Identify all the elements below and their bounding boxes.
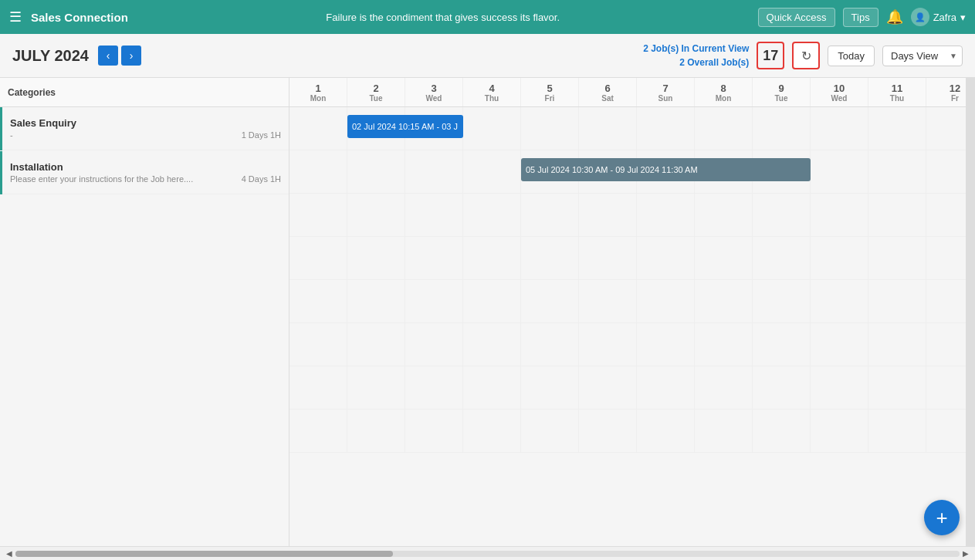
cal-cell-1-2[interactable] xyxy=(405,150,463,193)
cal-cell-0-3[interactable] xyxy=(463,107,521,150)
days-header: 1Mon2Tue3Wed4Thu5Fri6Sat7Sun8Mon9Tue10We… xyxy=(289,78,966,107)
app-title: Sales Connection xyxy=(31,11,128,24)
empty-cell-5-6 xyxy=(637,323,695,366)
empty-cell-5-11 xyxy=(926,323,966,366)
empty-cell-5-3 xyxy=(463,323,521,366)
scroll-track xyxy=(15,551,960,557)
empty-cell-2-8 xyxy=(753,194,811,236)
empty-cell-3-7 xyxy=(695,237,753,279)
scroll-left-arrow[interactable]: ◀ xyxy=(3,549,15,558)
category-duration-0: 1 Days 1H xyxy=(242,130,281,140)
days-inner: 1Mon2Tue3Wed4Thu5Fri6Sat7Sun8Mon9Tue10We… xyxy=(289,78,966,546)
category-cell-1[interactable]: InstallationPlease enter your instructio… xyxy=(2,151,289,194)
empty-cell-6-1 xyxy=(347,366,405,409)
category-name-0: Sales Enquiry xyxy=(10,117,281,129)
empty-cell-4-8 xyxy=(753,280,811,322)
cal-cell-1-1[interactable] xyxy=(347,150,405,193)
day-col-header-7: 8Mon xyxy=(695,78,753,106)
cal-cell-1-0[interactable] xyxy=(289,150,347,193)
jobs-in-view-label: Job(s) In Current View xyxy=(651,43,749,54)
today-button[interactable]: Today xyxy=(828,46,875,66)
user-menu[interactable]: 👤 Zafra ▾ xyxy=(911,8,966,26)
cal-cell-0-0[interactable] xyxy=(289,107,347,150)
cal-cell-1-10[interactable] xyxy=(868,150,926,193)
empty-cell-4-3 xyxy=(463,280,521,322)
cal-cell-0-5[interactable] xyxy=(579,107,637,150)
empty-cell-7-9 xyxy=(811,410,868,452)
day-num-6: 7 xyxy=(662,83,668,94)
empty-cell-7-11 xyxy=(926,410,966,452)
scroll-right-arrow[interactable]: ▶ xyxy=(960,549,972,558)
category-row-0: Sales Enquiry-1 Days 1H xyxy=(0,107,289,150)
cal-cell-1-9[interactable] xyxy=(811,150,868,193)
day-col-header-10: 11Thu xyxy=(868,78,926,106)
today-date-badge[interactable]: 17 xyxy=(757,42,784,69)
empty-cell-2-3 xyxy=(463,194,521,236)
empty-cell-4-10 xyxy=(868,280,926,322)
empty-cell-7-7 xyxy=(695,410,753,452)
view-select[interactable]: Days View Week View Month View xyxy=(882,46,963,66)
empty-cell-3-1 xyxy=(347,237,405,279)
empty-cell-3-3 xyxy=(463,237,521,279)
category-duration-1: 4 Days 1H xyxy=(242,174,281,184)
bell-icon[interactable]: 🔔 xyxy=(886,8,903,25)
cal-cell-0-8[interactable] xyxy=(753,107,811,150)
empty-cell-4-6 xyxy=(637,280,695,322)
category-sub-0: -1 Days 1H xyxy=(10,130,281,140)
cal-cell-0-6[interactable] xyxy=(637,107,695,150)
empty-cell-3-9 xyxy=(811,237,868,279)
empty-row-5 xyxy=(289,323,966,366)
empty-row-3 xyxy=(289,237,966,280)
cal-cell-0-10[interactable] xyxy=(868,107,926,150)
vertical-scrollbar[interactable] xyxy=(966,78,975,546)
cal-cell-1-11[interactable] xyxy=(926,150,966,193)
empty-cell-2-10 xyxy=(868,194,926,236)
empty-cell-5-5 xyxy=(579,323,637,366)
category-cell-0[interactable]: Sales Enquiry-1 Days 1H xyxy=(2,107,289,150)
cal-cell-0-9[interactable] xyxy=(811,107,868,150)
empty-cell-5-1 xyxy=(347,323,405,366)
empty-cell-3-2 xyxy=(405,237,463,279)
empty-cell-5-10 xyxy=(868,323,926,366)
empty-row-4 xyxy=(289,280,966,323)
refresh-button[interactable]: ↻ xyxy=(792,42,820,69)
jobs-in-view-count: 2 xyxy=(643,43,648,54)
day-name-3: Thu xyxy=(485,94,499,103)
fab-add-button[interactable]: + xyxy=(924,500,960,535)
tips-button[interactable]: Tips xyxy=(843,8,879,27)
cal-cell-0-7[interactable] xyxy=(695,107,753,150)
horizontal-scrollbar[interactable]: ◀ ▶ xyxy=(0,546,975,560)
next-month-button[interactable]: › xyxy=(121,46,141,66)
empty-cell-2-6 xyxy=(637,194,695,236)
empty-cell-2-7 xyxy=(695,194,753,236)
category-sub-label-0: - xyxy=(10,130,13,140)
job-info: 2 Job(s) In Current View 2 Overall Job(s… xyxy=(643,42,749,69)
quick-access-button[interactable]: Quick Access xyxy=(758,8,835,27)
cal-cell-0-4[interactable] xyxy=(521,107,579,150)
days-scroll[interactable]: 1Mon2Tue3Wed4Thu5Fri6Sat7Sun8Mon9Tue10We… xyxy=(289,78,966,546)
day-num-1: 2 xyxy=(373,83,378,94)
categories-empty-space xyxy=(0,195,289,546)
empty-cell-7-3 xyxy=(463,410,521,452)
menu-icon[interactable]: ☰ xyxy=(9,8,22,25)
empty-cell-2-2 xyxy=(405,194,463,236)
calendar-event-1[interactable]: 05 Jul 2024 10:30 AM - 09 Jul 2024 11:30… xyxy=(521,158,811,181)
day-name-10: Thu xyxy=(890,94,904,103)
empty-cell-7-0 xyxy=(289,410,347,452)
day-num-3: 4 xyxy=(489,83,494,94)
empty-cell-4-9 xyxy=(811,280,868,322)
cal-cell-1-3[interactable] xyxy=(463,150,521,193)
prev-month-button[interactable]: ‹ xyxy=(98,46,118,66)
empty-cell-7-1 xyxy=(347,410,405,452)
empty-cell-7-5 xyxy=(579,410,637,452)
categories-column: Categories Sales Enquiry-1 Days 1HInstal… xyxy=(0,78,289,546)
empty-cell-3-0 xyxy=(289,237,347,279)
day-col-header-2: 3Wed xyxy=(405,78,463,106)
empty-cell-6-7 xyxy=(695,366,753,409)
cal-cell-0-11[interactable] xyxy=(926,107,966,150)
user-avatar-icon: 👤 xyxy=(911,8,929,26)
day-col-header-6: 7Sun xyxy=(637,78,695,106)
empty-row-2 xyxy=(289,194,966,237)
calendar-event-0[interactable]: 02 Jul 2024 10:15 AM - 03 J xyxy=(347,115,463,138)
empty-cell-6-5 xyxy=(579,366,637,409)
